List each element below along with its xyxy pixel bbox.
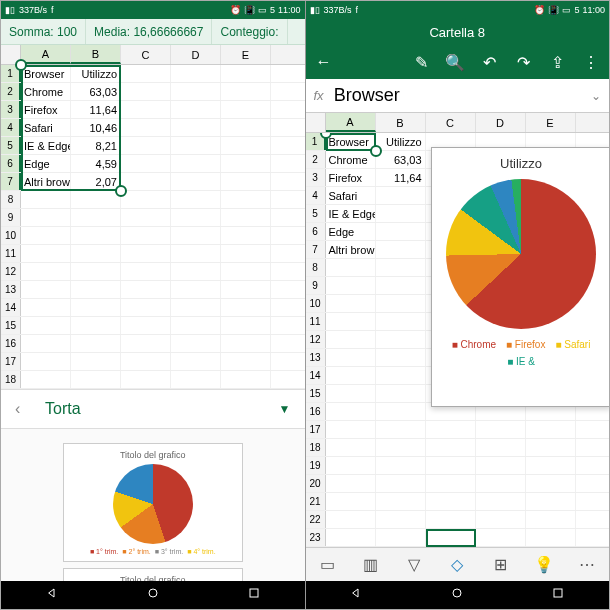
col-B[interactable]: B (376, 113, 426, 132)
nav-recent[interactable] (246, 585, 262, 605)
table-row[interactable]: 20 (306, 475, 610, 493)
table-icon[interactable]: ⊞ (488, 552, 514, 578)
fx-icon[interactable]: fx (314, 88, 324, 103)
table-row[interactable]: 18 (1, 371, 305, 389)
cell[interactable] (71, 317, 121, 334)
cell[interactable] (71, 299, 121, 316)
cell[interactable] (121, 173, 171, 190)
row-header[interactable]: 3 (306, 169, 326, 186)
cell[interactable] (171, 317, 221, 334)
cell[interactable] (376, 187, 426, 204)
row-header[interactable]: 6 (306, 223, 326, 240)
chart-type-selector[interactable]: ‹ Torta ▼ (1, 389, 305, 429)
table-row[interactable]: 15 (1, 317, 305, 335)
cell[interactable] (326, 475, 376, 492)
table-row[interactable]: 4 Safari 10,46 (1, 119, 305, 137)
cell[interactable] (171, 335, 221, 352)
cell[interactable] (221, 263, 271, 280)
table-row[interactable]: 19 (306, 457, 610, 475)
cell[interactable] (221, 335, 271, 352)
table-row[interactable]: 17 (306, 421, 610, 439)
cell[interactable] (476, 475, 526, 492)
cell[interactable] (376, 313, 426, 330)
nav-recent[interactable] (550, 585, 566, 605)
cell[interactable] (21, 281, 71, 298)
row-header[interactable]: 16 (306, 403, 326, 420)
row-header[interactable]: 17 (1, 353, 21, 370)
expand-icon[interactable]: ⌄ (591, 89, 601, 103)
cell[interactable] (221, 371, 271, 388)
table-row[interactable]: 14 (1, 299, 305, 317)
cell[interactable] (426, 439, 476, 456)
cell[interactable]: Edge (326, 223, 376, 240)
cell[interactable] (71, 371, 121, 388)
cell[interactable]: Firefox (21, 101, 71, 118)
col-E[interactable]: E (221, 45, 271, 64)
cell[interactable] (71, 191, 121, 208)
cell[interactable] (476, 439, 526, 456)
row-header[interactable]: 9 (306, 277, 326, 294)
row-header[interactable]: 8 (1, 191, 21, 208)
cell[interactable] (526, 529, 576, 546)
cell[interactable] (121, 281, 171, 298)
row-header[interactable]: 4 (1, 119, 21, 136)
row-header[interactable]: 12 (1, 263, 21, 280)
cell[interactable] (221, 317, 271, 334)
cell[interactable] (21, 371, 71, 388)
table-row[interactable]: 22 (306, 511, 610, 529)
cell[interactable]: Safari (326, 187, 376, 204)
cell[interactable] (171, 209, 221, 226)
cell[interactable]: 63,03 (376, 151, 426, 168)
cell[interactable] (376, 277, 426, 294)
cell[interactable] (221, 353, 271, 370)
back-button[interactable]: ← (312, 50, 336, 74)
row-header[interactable]: 10 (306, 295, 326, 312)
cell[interactable] (476, 529, 526, 546)
table-row[interactable]: 1 Browser Utilizzo (1, 65, 305, 83)
row-header[interactable]: 11 (1, 245, 21, 262)
row-header[interactable]: 8 (306, 259, 326, 276)
cell[interactable] (121, 209, 171, 226)
cell[interactable] (121, 371, 171, 388)
cell[interactable] (376, 385, 426, 402)
filter-icon[interactable]: ▽ (401, 552, 427, 578)
row-header[interactable]: 4 (306, 187, 326, 204)
row-header[interactable]: 13 (306, 349, 326, 366)
row-header[interactable]: 12 (306, 331, 326, 348)
col-C[interactable]: C (426, 113, 476, 132)
table-row[interactable]: 21 (306, 493, 610, 511)
chart-overlay[interactable]: Utilizzo Chrome Firefox Safari IE & (431, 147, 609, 407)
redo-icon[interactable]: ↷ (511, 50, 535, 74)
cell[interactable] (171, 281, 221, 298)
selection-handle-tl[interactable] (15, 59, 27, 71)
nav-back[interactable] (348, 585, 364, 605)
cell[interactable]: Firefox (326, 169, 376, 186)
cell[interactable] (221, 299, 271, 316)
row-header[interactable]: 5 (306, 205, 326, 222)
cell[interactable] (376, 223, 426, 240)
cell[interactable] (326, 529, 376, 546)
cell[interactable] (326, 295, 376, 312)
row-header[interactable]: 3 (1, 101, 21, 118)
cell[interactable]: Browser (326, 133, 376, 150)
nav-back[interactable] (44, 585, 60, 605)
cell[interactable] (526, 493, 576, 510)
undo-icon[interactable]: ↶ (477, 50, 501, 74)
cell[interactable] (426, 511, 476, 528)
table-row[interactable]: 17 (1, 353, 305, 371)
cell[interactable] (426, 493, 476, 510)
ideas-icon[interactable]: 💡 (531, 552, 557, 578)
cell[interactable]: Altri brow (326, 241, 376, 258)
cell[interactable] (21, 335, 71, 352)
chevron-down-icon[interactable]: ▼ (279, 402, 291, 416)
cell[interactable] (121, 317, 171, 334)
cell[interactable] (476, 421, 526, 438)
cell[interactable] (526, 511, 576, 528)
col-D[interactable]: D (171, 45, 221, 64)
cell[interactable] (221, 137, 271, 154)
cell[interactable] (21, 245, 71, 262)
cell[interactable] (171, 191, 221, 208)
cell[interactable] (21, 299, 71, 316)
cell[interactable] (121, 191, 171, 208)
row-header[interactable]: 9 (1, 209, 21, 226)
